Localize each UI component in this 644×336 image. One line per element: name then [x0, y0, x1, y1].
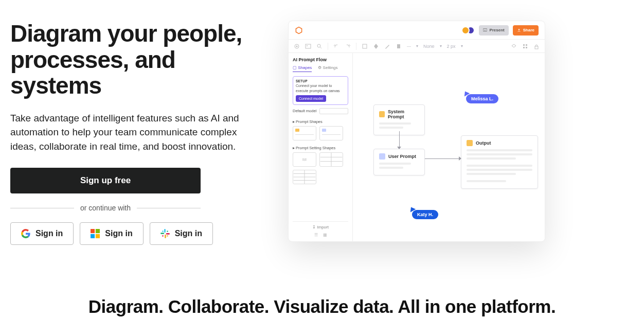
tab-shapes[interactable]: ▢ Shapes: [293, 65, 312, 72]
present-button[interactable]: Present: [479, 25, 508, 36]
share-icon: [517, 28, 521, 32]
signin-google-button[interactable]: Sign in: [10, 222, 74, 245]
highlight-icon[interactable]: [396, 43, 402, 49]
cursor-tag-katy: Katy H.: [412, 210, 438, 219]
hero-subhead: Take advantage of intelligent features s…: [10, 111, 252, 154]
avatar-icon: [461, 26, 470, 34]
cursor-tag-melissa: Melissa L.: [466, 94, 498, 103]
signin-slack-label: Sign in: [175, 229, 202, 238]
signin-slack-button[interactable]: Sign in: [150, 222, 213, 245]
microsoft-icon: [91, 229, 100, 238]
svg-rect-5: [160, 233, 164, 235]
sidebar-title: AI Prompt Flow: [293, 57, 348, 62]
signin-google-label: Sign in: [35, 229, 63, 238]
svg-point-10: [167, 236, 168, 237]
connector-vertical: [399, 131, 400, 149]
card-title: Output: [476, 140, 491, 146]
gear-icon[interactable]: [294, 43, 300, 49]
share-button[interactable]: Share: [513, 25, 539, 36]
hero-headline: Diagram your people, processes, and syst…: [10, 21, 257, 99]
svg-rect-20: [363, 44, 367, 48]
output-icon: [467, 140, 473, 146]
import-button[interactable]: ↧ Import: [293, 221, 348, 229]
svg-rect-25: [526, 47, 527, 48]
pen-icon[interactable]: [384, 43, 390, 49]
app-canvas[interactable]: System Prompt User Prompt Output: [353, 53, 545, 241]
setup-text: Connect your model to execute prompts on…: [296, 83, 345, 93]
app-sidebar: AI Prompt Flow ▢ Shapes ⚙ Settings SETUP…: [289, 53, 353, 241]
svg-point-11: [162, 236, 164, 237]
collaborator-avatars: [461, 26, 475, 34]
present-icon: [483, 28, 487, 32]
list-view-icon[interactable]: ☰: [314, 233, 318, 237]
layers-icon[interactable]: [511, 43, 517, 49]
card-system-prompt[interactable]: System Prompt: [373, 104, 425, 135]
toolbar-px-select[interactable]: 2 px: [447, 44, 456, 49]
search-icon[interactable]: [316, 43, 323, 49]
tab-settings[interactable]: ⚙ Settings: [318, 65, 337, 72]
system-prompt-icon: [379, 111, 385, 117]
shape-system-prompt[interactable]: [293, 126, 316, 140]
card-title: User Prompt: [388, 154, 416, 159]
undo-icon[interactable]: [333, 43, 339, 49]
svg-point-18: [317, 44, 320, 47]
divider: or continue with: [10, 204, 201, 212]
svg-point-15: [296, 45, 298, 47]
arrow-head-icon: [397, 147, 401, 149]
svg-rect-4: [164, 229, 166, 233]
card-user-prompt[interactable]: User Prompt: [373, 149, 425, 175]
setup-heading: SETUP: [296, 79, 345, 83]
shape-setting-2[interactable]: [319, 152, 343, 167]
svg-rect-26: [535, 46, 538, 49]
present-label: Present: [489, 28, 504, 32]
shape-setting-3[interactable]: [293, 170, 316, 184]
svg-rect-24: [523, 47, 525, 48]
group-prompt-setting-shapes: ▸ Prompt Setting Shapes: [293, 146, 348, 150]
svg-rect-6: [165, 235, 166, 238]
svg-rect-7: [166, 234, 169, 235]
svg-point-8: [162, 231, 164, 233]
toolbar-none-select[interactable]: None: [423, 44, 435, 49]
svg-line-19: [320, 47, 322, 48]
svg-rect-2: [91, 234, 95, 238]
default-model-select[interactable]: [319, 108, 348, 114]
shape-user-prompt[interactable]: [319, 126, 343, 140]
svg-rect-1: [96, 229, 100, 233]
svg-rect-23: [526, 44, 527, 46]
signin-microsoft-button[interactable]: Sign in: [80, 222, 143, 245]
app-logo-icon: [295, 26, 303, 34]
divider-text: or continue with: [80, 204, 131, 212]
arrow-head-icon: [459, 156, 461, 161]
slack-icon: [160, 229, 170, 238]
connect-model-button[interactable]: Connect model: [296, 95, 326, 102]
svg-point-17: [307, 45, 308, 46]
group-prompt-shapes: ▸ Prompt Shapes: [293, 119, 348, 124]
image-icon[interactable]: [305, 43, 311, 49]
svg-point-9: [167, 231, 168, 233]
app-screenshot: Present Share: [288, 21, 545, 242]
fill-icon[interactable]: [373, 43, 379, 49]
toolbar-stroke-style[interactable]: ▾: [416, 44, 418, 48]
setup-panel: SETUP Connect your model to execute prom…: [293, 76, 348, 105]
google-icon: [21, 229, 30, 238]
svg-rect-21: [397, 44, 400, 48]
svg-rect-12: [483, 28, 487, 31]
card-output[interactable]: Output: [461, 135, 538, 189]
shape-setting-1[interactable]: ≡|≡: [293, 152, 316, 167]
svg-rect-16: [306, 44, 311, 48]
grid-icon[interactable]: [522, 43, 528, 49]
signup-button[interactable]: Sign up free: [10, 168, 201, 193]
connector-horizontal: [425, 158, 461, 159]
lock-icon[interactable]: [533, 43, 540, 49]
svg-rect-22: [523, 44, 525, 46]
share-label: Share: [523, 28, 534, 32]
grid-view-icon[interactable]: ▦: [323, 233, 327, 237]
svg-point-13: [518, 29, 520, 30]
svg-rect-0: [91, 229, 95, 233]
redo-icon[interactable]: [345, 43, 351, 49]
svg-rect-3: [96, 234, 100, 238]
app-toolbar: — ▾ None ▾ 2 px ▾: [289, 40, 545, 53]
shape-icon[interactable]: [362, 43, 368, 49]
user-prompt-icon: [379, 153, 385, 160]
secondary-heading: Diagram. Collaborate. Visualize data. Al…: [10, 296, 634, 317]
